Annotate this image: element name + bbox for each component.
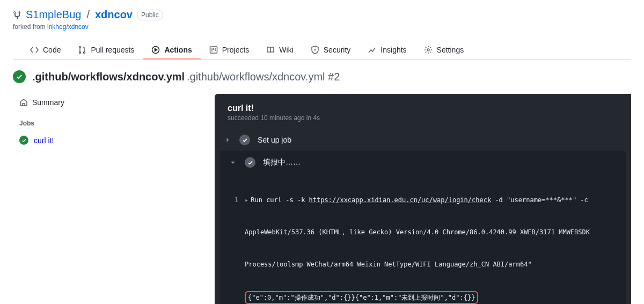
pull-request-icon — [78, 46, 86, 54]
job-status-line: succeeded 10 minutes ago in 4s — [228, 114, 618, 122]
fork-source-link[interactable]: inkhog/xdncov — [47, 23, 89, 31]
fork-icon — [13, 11, 21, 19]
log-lineno — [230, 259, 245, 270]
tab-code[interactable]: Code — [21, 41, 69, 60]
tab-wiki[interactable]: Wiki — [258, 41, 302, 60]
tab-settings[interactable]: Settings — [415, 41, 473, 60]
status-success-icon — [239, 135, 250, 145]
step-label: 填报中…… — [263, 158, 301, 167]
workflow-run-title: .github/workflows/xdncov.yml .github/wor… — [0, 60, 644, 94]
job-header: curl it! succeeded 10 minutes ago in 4s — [215, 94, 631, 129]
tab-pulls[interactable]: Pull requests — [69, 41, 143, 60]
job-steps: Set up job 填报中…… 1 ▸Run curl -s -k https… — [215, 129, 631, 304]
sidebar: Summary Jobs curl it! — [13, 94, 206, 304]
graph-icon — [368, 46, 376, 54]
status-success-icon — [245, 157, 255, 168]
log-lineno: 1 — [230, 195, 245, 205]
path-slash: / — [86, 9, 90, 21]
owner-link[interactable]: S1mpleBug — [26, 9, 81, 21]
sidebar-jobs-heading: Jobs — [13, 111, 206, 131]
step-log: 1 ▸Run curl -s -k https://xxcapp.xidian.… — [220, 173, 626, 304]
book-icon — [266, 46, 275, 54]
log-lineno — [230, 227, 245, 238]
play-icon — [151, 46, 160, 54]
repo-header: S1mpleBug / xdncov Public forked from in… — [0, 0, 644, 60]
tab-insights[interactable]: Insights — [359, 41, 415, 60]
sidebar-summary[interactable]: Summary — [13, 94, 206, 111]
log-line: 1 ▸Run curl -s -k https://xxcapp.xidian.… — [230, 195, 616, 205]
expand-triangle-icon[interactable]: ▸ — [245, 195, 248, 205]
sidebar-summary-label: Summary — [32, 98, 64, 107]
repo-nav: Code Pull requests Actions Projects Wiki… — [13, 41, 631, 60]
step-main-expanded: 填报中…… 1 ▸Run curl -s -k https://xxcapp.x… — [220, 151, 626, 304]
svg-point-6 — [427, 49, 429, 51]
fork-info: forked from inkhog/xdncov — [13, 23, 631, 31]
log-lineno — [230, 291, 245, 304]
gear-icon — [424, 46, 433, 54]
svg-point-5 — [314, 49, 315, 50]
repo-title: S1mpleBug / xdncov Public — [13, 9, 631, 21]
project-icon — [209, 46, 218, 54]
main-area: Summary Jobs curl it! curl it! succeeded… — [0, 94, 644, 304]
status-success-icon — [19, 136, 28, 145]
visibility-badge: Public — [137, 10, 163, 20]
log-text: ▸Run curl -s -k https://xxcapp.xidian.ed… — [245, 195, 616, 205]
code-icon — [30, 46, 39, 54]
log-line: AppleWebKit/537.36 (KHTML, like Gecko) V… — [230, 227, 616, 238]
repo-link[interactable]: xdncov — [95, 9, 133, 21]
log-text: {"e":0,"m":"操作成功","d":{}}{"e":1,"m":"未到上… — [245, 291, 616, 304]
tab-actions[interactable]: Actions — [143, 41, 200, 60]
svg-point-0 — [79, 47, 81, 48]
job-title: curl it! — [228, 103, 618, 113]
step-main[interactable]: 填报中…… — [220, 151, 626, 173]
log-line: Process/toolsmp WeChat/arm64 Weixin NetT… — [230, 259, 616, 270]
tab-projects[interactable]: Projects — [201, 41, 258, 60]
shield-icon — [311, 46, 319, 54]
workflow-run-subtitle: .github/workflows/xdncov.yml #2 — [187, 71, 340, 83]
chevron-right-icon — [224, 137, 232, 143]
sidebar-job-curl[interactable]: curl it! — [13, 131, 206, 149]
step-setup[interactable]: Set up job — [215, 129, 631, 151]
job-panel: curl it! succeeded 10 minutes ago in 4s … — [215, 94, 631, 304]
log-text: AppleWebKit/537.36 (KHTML, like Gecko) V… — [245, 227, 616, 238]
log-text: Process/toolsmp WeChat/arm64 Weixin NetT… — [245, 259, 616, 270]
step-label: Set up job — [258, 136, 291, 144]
log-line: {"e":0,"m":"操作成功","d":{}}{"e":1,"m":"未到上… — [230, 291, 616, 304]
workflow-file: .github/workflows/xdncov.yml — [32, 71, 185, 83]
home-icon — [19, 98, 28, 107]
svg-point-1 — [79, 52, 81, 54]
status-success-icon — [13, 70, 26, 83]
sidebar-job-label: curl it! — [34, 136, 54, 145]
chevron-down-icon — [230, 159, 237, 166]
tab-security[interactable]: Security — [302, 41, 360, 60]
highlight-box: {"e":0,"m":"操作成功","d":{}}{"e":1,"m":"未到上… — [245, 291, 478, 304]
svg-point-2 — [84, 52, 85, 54]
log-url[interactable]: https://xxcapp.xidian.edu.cn/uc/wap/logi… — [309, 196, 492, 204]
